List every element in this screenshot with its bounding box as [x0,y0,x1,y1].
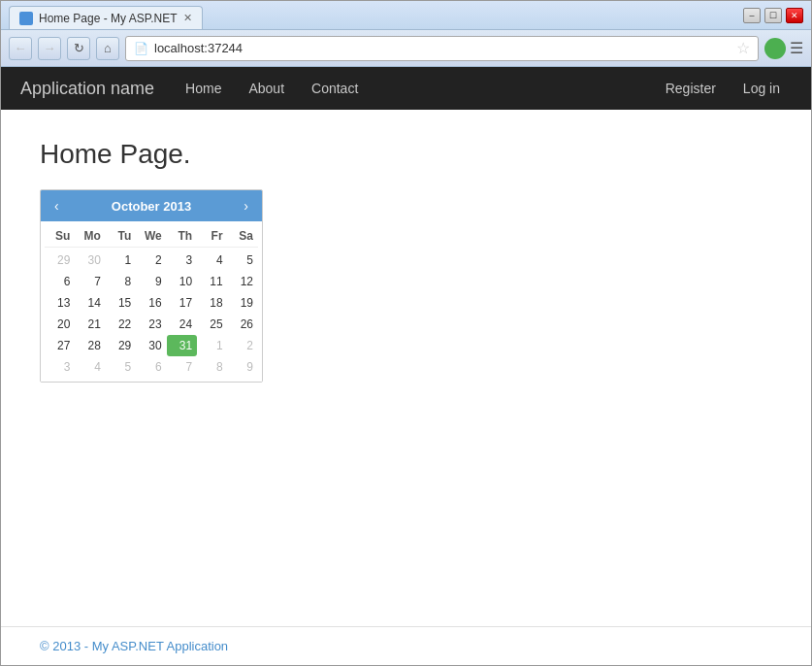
cal-cell-w2d6[interactable]: 19 [228,292,258,314]
calendar-header: ‹ October 2013 › [41,190,262,221]
tab-close-button[interactable]: ✕ [183,12,192,24]
cal-header-fr: Fr [197,225,227,248]
cal-cell-w1d1[interactable]: 7 [75,271,105,292]
calendar-body: 2930123456789101112131415161718192021222… [45,250,258,378]
cal-cell-w3d2[interactable]: 22 [106,314,136,335]
cal-cell-w0d3[interactable]: 2 [136,250,166,271]
window-controls: – ☐ ✕ [743,8,803,23]
calendar-week-3: 20212223242526 [45,314,258,335]
browser-toolbar-icons: ☰ [764,38,803,59]
navbar-nav: Home About Contact [174,77,370,100]
active-tab[interactable]: Home Page - My ASP.NET ✕ [9,6,203,29]
nav-contact[interactable]: Contact [300,77,370,100]
address-text: localhost:37244 [154,41,731,55]
navbar-brand[interactable]: Application name [20,79,154,99]
calendar-header-row: Su Mo Tu We Th Fr Sa [45,225,258,250]
navbar: Application name Home About Contact Regi… [1,67,811,110]
nav-login[interactable]: Log in [731,77,792,100]
address-bar[interactable]: 📄 localhost:37244 ☆ [125,36,759,61]
cal-cell-w5d5: 8 [197,356,227,378]
cal-cell-w2d1[interactable]: 14 [75,292,105,314]
calendar-grid: Su Mo Tu We Th Fr Sa 2930123456789101112… [41,221,262,382]
cal-cell-w0d1: 30 [75,250,105,271]
cal-cell-w1d0[interactable]: 6 [45,271,75,292]
cal-cell-w0d6[interactable]: 5 [228,250,258,271]
calendar-week-5: 3456789 [45,356,258,378]
footer-text: © 2013 - My ASP.NET Application [40,639,228,653]
cal-cell-w5d2: 5 [106,356,136,378]
cal-cell-w0d0: 29 [45,250,75,271]
cal-cell-w1d5[interactable]: 11 [197,271,227,292]
cal-cell-w3d0[interactable]: 20 [45,314,75,335]
browser-window: Home Page - My ASP.NET ✕ – ☐ ✕ ← → ↻ ⌂ 📄… [0,0,812,666]
nav-register[interactable]: Register [654,77,728,100]
cal-cell-w0d5[interactable]: 4 [197,250,227,271]
cal-cell-w3d6[interactable]: 26 [228,314,258,335]
minimize-button[interactable]: – [743,8,761,23]
refresh-button[interactable]: ↻ [67,37,90,60]
cal-cell-w4d1[interactable]: 28 [75,335,105,356]
page-content: Application name Home About Contact Regi… [1,67,811,665]
cal-cell-w4d3[interactable]: 30 [136,335,166,356]
tab-favicon [19,12,33,25]
main-container: Home Page. ‹ October 2013 › Su Mo Tu We … [1,110,811,626]
cal-cell-w5d4: 7 [167,356,197,378]
tab-bar: Home Page - My ASP.NET ✕ [9,1,203,29]
extension-icon[interactable] [764,38,786,59]
cal-cell-w2d0[interactable]: 13 [45,292,75,314]
cal-cell-w4d4[interactable]: 31 [167,335,197,356]
calendar-prev-button[interactable]: ‹ [49,196,65,216]
cal-header-we: We [136,225,166,248]
back-button[interactable]: ← [9,37,32,60]
nav-home[interactable]: Home [174,77,233,100]
cal-cell-w4d5: 1 [197,335,227,356]
address-bar-row: ← → ↻ ⌂ 📄 localhost:37244 ☆ ☰ [1,30,811,67]
cal-cell-w2d2[interactable]: 15 [106,292,136,314]
cal-cell-w0d2[interactable]: 1 [106,250,136,271]
navbar-right: Register Log in [654,77,792,100]
cal-header-su: Su [45,225,75,248]
cal-cell-w4d0[interactable]: 27 [45,335,75,356]
menu-icon[interactable]: ☰ [790,39,803,57]
cal-cell-w5d6: 9 [228,356,258,378]
cal-cell-w1d2[interactable]: 8 [106,271,136,292]
maximize-button[interactable]: ☐ [764,8,782,23]
cal-header-tu: Tu [106,225,136,248]
calendar-month-year: October 2013 [112,199,191,214]
cal-cell-w0d4[interactable]: 3 [167,250,197,271]
cal-header-sa: Sa [228,225,258,248]
cal-cell-w1d3[interactable]: 9 [136,271,166,292]
star-icon[interactable]: ☆ [736,39,750,57]
cal-cell-w3d5[interactable]: 25 [197,314,227,335]
nav-about[interactable]: About [237,77,296,100]
calendar-week-1: 6789101112 [45,271,258,292]
close-button[interactable]: ✕ [786,8,803,23]
calendar-week-2: 13141516171819 [45,292,258,314]
calendar-week-4: 272829303112 [45,335,258,356]
cal-cell-w2d5[interactable]: 18 [197,292,227,314]
cal-header-mo: Mo [75,225,105,248]
cal-cell-w5d1: 4 [75,356,105,378]
cal-cell-w2d3[interactable]: 16 [136,292,166,314]
tab-title: Home Page - My ASP.NET [39,12,178,25]
title-bar: Home Page - My ASP.NET ✕ – ☐ ✕ [1,1,811,30]
cal-cell-w4d2[interactable]: 29 [106,335,136,356]
calendar-week-0: 293012345 [45,250,258,271]
footer: © 2013 - My ASP.NET Application [1,626,811,665]
cal-cell-w1d6[interactable]: 12 [228,271,258,292]
cal-cell-w2d4[interactable]: 17 [167,292,197,314]
forward-button[interactable]: → [38,37,61,60]
cal-cell-w3d1[interactable]: 21 [75,314,105,335]
cal-cell-w1d4[interactable]: 10 [167,271,197,292]
cal-cell-w5d0: 3 [45,356,75,378]
calendar: ‹ October 2013 › Su Mo Tu We Th Fr Sa [40,189,263,383]
cal-header-th: Th [167,225,197,248]
calendar-next-button[interactable]: › [238,196,254,216]
cal-cell-w3d4[interactable]: 24 [167,314,197,335]
cal-cell-w5d3: 6 [136,356,166,378]
home-button[interactable]: ⌂ [96,37,119,60]
cal-cell-w4d6: 2 [228,335,258,356]
cal-cell-w3d3[interactable]: 23 [136,314,166,335]
address-lock-icon: 📄 [134,42,148,55]
page-title: Home Page. [40,139,772,170]
